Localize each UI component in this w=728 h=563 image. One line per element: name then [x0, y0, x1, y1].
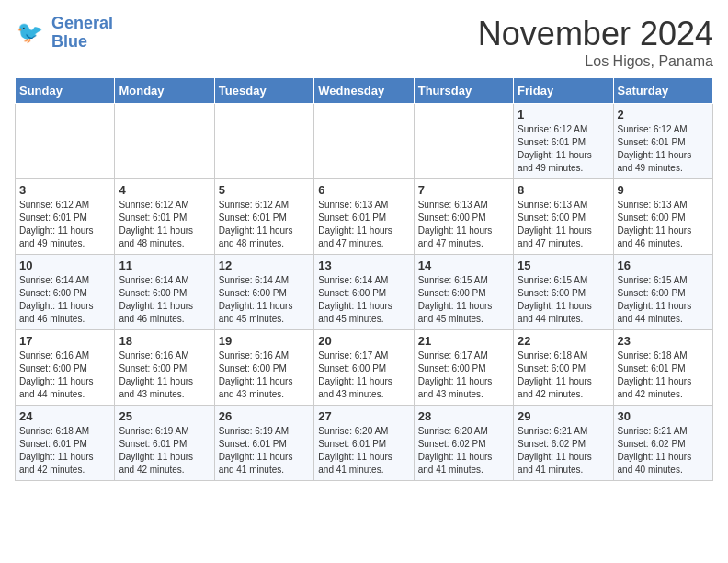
day-info: Sunrise: 6:20 AM Sunset: 6:02 PM Dayligh… — [418, 425, 509, 477]
svg-text:🐦: 🐦 — [17, 19, 44, 45]
page-header: 🐦 General Blue November 2024 Los Higos, … — [15, 15, 713, 70]
calendar-cell: 14Sunrise: 6:15 AM Sunset: 6:00 PM Dayli… — [414, 255, 513, 330]
day-info: Sunrise: 6:15 AM Sunset: 6:00 PM Dayligh… — [618, 274, 709, 326]
calendar-cell: 23Sunrise: 6:18 AM Sunset: 6:01 PM Dayli… — [613, 330, 712, 406]
calendar-cell: 9Sunrise: 6:13 AM Sunset: 6:00 PM Daylig… — [613, 179, 712, 255]
calendar-cell: 29Sunrise: 6:21 AM Sunset: 6:02 PM Dayli… — [514, 406, 613, 481]
day-info: Sunrise: 6:21 AM Sunset: 6:02 PM Dayligh… — [618, 425, 709, 477]
day-info: Sunrise: 6:18 AM Sunset: 6:01 PM Dayligh… — [618, 350, 709, 401]
day-number: 3 — [19, 183, 110, 197]
logo-line2: Blue — [51, 32, 87, 51]
location: Los Higos, Panama — [478, 53, 713, 70]
day-info: Sunrise: 6:16 AM Sunset: 6:00 PM Dayligh… — [219, 350, 310, 401]
day-number: 14 — [418, 259, 509, 272]
day-number: 18 — [119, 334, 210, 348]
day-info: Sunrise: 6:15 AM Sunset: 6:00 PM Dayligh… — [418, 274, 509, 326]
day-info: Sunrise: 6:14 AM Sunset: 6:00 PM Dayligh… — [119, 274, 210, 326]
day-info: Sunrise: 6:12 AM Sunset: 6:01 PM Dayligh… — [518, 123, 609, 175]
day-number: 7 — [418, 183, 509, 197]
day-number: 10 — [19, 259, 110, 272]
calendar-table: SundayMondayTuesdayWednesdayThursdayFrid… — [15, 77, 713, 481]
day-info: Sunrise: 6:12 AM Sunset: 6:01 PM Dayligh… — [19, 199, 110, 250]
day-number: 4 — [119, 183, 210, 197]
day-number: 30 — [618, 409, 709, 423]
day-info: Sunrise: 6:13 AM Sunset: 6:00 PM Dayligh… — [418, 199, 509, 250]
calendar-cell: 19Sunrise: 6:16 AM Sunset: 6:00 PM Dayli… — [214, 330, 313, 406]
day-info: Sunrise: 6:21 AM Sunset: 6:02 PM Dayligh… — [518, 425, 609, 477]
calendar-cell: 20Sunrise: 6:17 AM Sunset: 6:00 PM Dayli… — [314, 330, 414, 406]
day-number: 23 — [618, 334, 709, 348]
day-of-week-header: Monday — [115, 78, 214, 104]
day-info: Sunrise: 6:16 AM Sunset: 6:00 PM Dayligh… — [19, 350, 110, 401]
day-number: 1 — [518, 108, 609, 121]
calendar-cell — [16, 104, 115, 179]
calendar-cell: 13Sunrise: 6:14 AM Sunset: 6:00 PM Dayli… — [314, 255, 414, 330]
logo-text: General Blue — [51, 15, 113, 52]
day-number: 13 — [318, 259, 409, 272]
day-number: 2 — [618, 108, 709, 121]
calendar-cell: 22Sunrise: 6:18 AM Sunset: 6:00 PM Dayli… — [514, 330, 613, 406]
day-number: 25 — [119, 409, 210, 423]
day-info: Sunrise: 6:19 AM Sunset: 6:01 PM Dayligh… — [219, 425, 310, 477]
calendar-cell — [314, 104, 414, 179]
calendar-week-row: 3Sunrise: 6:12 AM Sunset: 6:01 PM Daylig… — [16, 179, 713, 255]
calendar-cell: 2Sunrise: 6:12 AM Sunset: 6:01 PM Daylig… — [613, 104, 712, 179]
month-title: November 2024 — [478, 15, 713, 53]
day-number: 26 — [219, 409, 310, 423]
calendar-cell: 6Sunrise: 6:13 AM Sunset: 6:01 PM Daylig… — [314, 179, 414, 255]
day-of-week-header: Sunday — [16, 78, 115, 104]
calendar-cell: 28Sunrise: 6:20 AM Sunset: 6:02 PM Dayli… — [414, 406, 513, 481]
day-info: Sunrise: 6:13 AM Sunset: 6:00 PM Dayligh… — [518, 199, 609, 250]
calendar-week-row: 1Sunrise: 6:12 AM Sunset: 6:01 PM Daylig… — [16, 104, 713, 179]
day-number: 28 — [418, 409, 509, 423]
calendar-cell: 26Sunrise: 6:19 AM Sunset: 6:01 PM Dayli… — [214, 406, 313, 481]
day-number: 27 — [318, 409, 409, 423]
calendar-cell: 16Sunrise: 6:15 AM Sunset: 6:00 PM Dayli… — [613, 255, 712, 330]
day-info: Sunrise: 6:19 AM Sunset: 6:01 PM Dayligh… — [119, 425, 210, 477]
logo-icon: 🐦 — [15, 17, 48, 50]
calendar-cell: 24Sunrise: 6:18 AM Sunset: 6:01 PM Dayli… — [16, 406, 115, 481]
day-info: Sunrise: 6:12 AM Sunset: 6:01 PM Dayligh… — [119, 199, 210, 250]
day-info: Sunrise: 6:13 AM Sunset: 6:00 PM Dayligh… — [618, 199, 709, 250]
day-number: 17 — [19, 334, 110, 348]
title-block: November 2024 Los Higos, Panama — [478, 15, 713, 70]
day-info: Sunrise: 6:18 AM Sunset: 6:00 PM Dayligh… — [518, 350, 609, 401]
day-info: Sunrise: 6:12 AM Sunset: 6:01 PM Dayligh… — [618, 123, 709, 175]
day-number: 8 — [518, 183, 609, 197]
day-number: 11 — [119, 259, 210, 272]
calendar-cell: 5Sunrise: 6:12 AM Sunset: 6:01 PM Daylig… — [214, 179, 313, 255]
calendar-cell: 25Sunrise: 6:19 AM Sunset: 6:01 PM Dayli… — [115, 406, 214, 481]
day-number: 21 — [418, 334, 509, 348]
day-info: Sunrise: 6:17 AM Sunset: 6:00 PM Dayligh… — [318, 350, 409, 401]
day-number: 20 — [318, 334, 409, 348]
day-number: 24 — [19, 409, 110, 423]
day-of-week-header: Friday — [514, 78, 613, 104]
day-info: Sunrise: 6:14 AM Sunset: 6:00 PM Dayligh… — [19, 274, 110, 326]
calendar-cell: 15Sunrise: 6:15 AM Sunset: 6:00 PM Dayli… — [514, 255, 613, 330]
calendar-cell — [414, 104, 513, 179]
day-info: Sunrise: 6:15 AM Sunset: 6:00 PM Dayligh… — [518, 274, 609, 326]
calendar-cell: 21Sunrise: 6:17 AM Sunset: 6:00 PM Dayli… — [414, 330, 513, 406]
calendar-cell: 8Sunrise: 6:13 AM Sunset: 6:00 PM Daylig… — [514, 179, 613, 255]
calendar-cell: 7Sunrise: 6:13 AM Sunset: 6:00 PM Daylig… — [414, 179, 513, 255]
day-info: Sunrise: 6:13 AM Sunset: 6:01 PM Dayligh… — [318, 199, 409, 250]
calendar-week-row: 10Sunrise: 6:14 AM Sunset: 6:00 PM Dayli… — [16, 255, 713, 330]
day-number: 9 — [618, 183, 709, 197]
logo: 🐦 General Blue — [15, 15, 113, 52]
day-info: Sunrise: 6:16 AM Sunset: 6:00 PM Dayligh… — [119, 350, 210, 401]
day-info: Sunrise: 6:12 AM Sunset: 6:01 PM Dayligh… — [219, 199, 310, 250]
calendar-header-row: SundayMondayTuesdayWednesdayThursdayFrid… — [16, 78, 713, 104]
calendar-cell: 30Sunrise: 6:21 AM Sunset: 6:02 PM Dayli… — [613, 406, 712, 481]
day-of-week-header: Saturday — [613, 78, 712, 104]
day-info: Sunrise: 6:14 AM Sunset: 6:00 PM Dayligh… — [318, 274, 409, 326]
calendar-cell: 27Sunrise: 6:20 AM Sunset: 6:01 PM Dayli… — [314, 406, 414, 481]
day-number: 12 — [219, 259, 310, 272]
calendar-cell: 10Sunrise: 6:14 AM Sunset: 6:00 PM Dayli… — [16, 255, 115, 330]
day-number: 6 — [318, 183, 409, 197]
day-number: 16 — [618, 259, 709, 272]
calendar-cell — [214, 104, 313, 179]
day-info: Sunrise: 6:20 AM Sunset: 6:01 PM Dayligh… — [318, 425, 409, 477]
calendar-cell: 4Sunrise: 6:12 AM Sunset: 6:01 PM Daylig… — [115, 179, 214, 255]
calendar-week-row: 17Sunrise: 6:16 AM Sunset: 6:00 PM Dayli… — [16, 330, 713, 406]
day-of-week-header: Thursday — [414, 78, 513, 104]
